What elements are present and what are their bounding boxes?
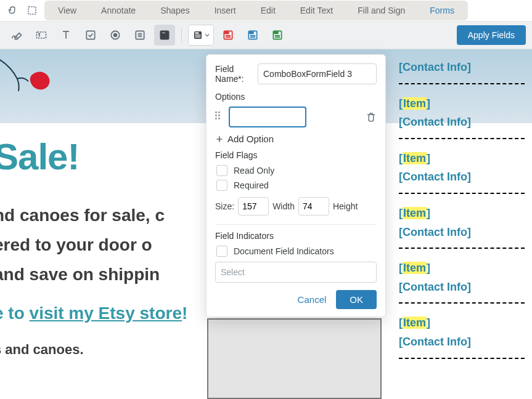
options-label: Options xyxy=(215,92,377,102)
trash-icon[interactable] xyxy=(366,111,377,123)
contact-info-placeholder: [Contact Info] xyxy=(399,58,525,77)
item-placeholder: [Item] xyxy=(399,259,525,278)
field-flags-label: Field Flags xyxy=(215,150,377,160)
placeholder-block: [Item] [Contact Info] xyxy=(399,147,525,194)
add-option-button[interactable]: Add Option xyxy=(215,134,377,144)
placeholder-block: [Item] [Contact Info] xyxy=(399,92,525,139)
etsy-link[interactable]: visit my Etsy store xyxy=(30,304,182,323)
tab-edit-text[interactable]: Edit Text xyxy=(288,2,345,19)
doc-indicators-label: Document Field Indicators xyxy=(234,246,334,256)
svg-rect-0 xyxy=(28,7,36,14)
option-input[interactable] xyxy=(229,107,306,127)
cancel-button[interactable]: Cancel xyxy=(298,294,327,305)
readonly-label: Read Only xyxy=(234,166,274,175)
field-name-label: Field Name*: xyxy=(215,64,252,84)
placeholder-block: [Item] [Contact Info] xyxy=(399,256,525,304)
drag-handle-icon[interactable] xyxy=(215,111,224,123)
tab-insert[interactable]: Insert xyxy=(202,2,248,19)
svg-rect-15 xyxy=(225,32,229,34)
svg-rect-19 xyxy=(274,32,278,34)
field-properties-panel: Field Name*: Options Add Option Field Fl… xyxy=(206,54,386,317)
tab-shapes[interactable]: Shapes xyxy=(148,2,202,19)
item-placeholder: [Item] xyxy=(399,204,525,223)
placeholder-block: [Item] [Contact Info] xyxy=(399,311,525,358)
contact-info-placeholder: [Contact Info] xyxy=(399,223,525,242)
tab-annotate[interactable]: Annotate xyxy=(89,2,148,19)
contact-info-placeholder: [Contact Info] xyxy=(399,113,525,132)
required-checkbox[interactable] xyxy=(216,180,227,191)
height-label: Height xyxy=(333,201,358,211)
doc-indicators-checkbox[interactable] xyxy=(216,246,227,257)
contact-info-placeholder: [Contact Info] xyxy=(399,167,525,187)
svg-rect-2 xyxy=(86,31,94,39)
apply-fields-button[interactable]: Apply Fields xyxy=(457,25,526,45)
hand-icon[interactable] xyxy=(4,2,21,18)
svg-rect-8 xyxy=(162,34,168,36)
link-prefix: e to xyxy=(0,304,30,323)
text-field-icon[interactable] xyxy=(31,25,52,46)
placeholder-block: [Contact Info] xyxy=(399,55,525,84)
height-input[interactable] xyxy=(298,197,329,216)
indicator-select[interactable]: Select xyxy=(215,262,377,283)
form-type-dropdown[interactable] xyxy=(188,25,214,46)
tab-view[interactable]: View xyxy=(46,2,89,19)
size-label: Size: xyxy=(215,201,234,211)
red-form-icon[interactable] xyxy=(218,25,239,46)
svg-rect-12 xyxy=(195,34,201,36)
combobox-field-icon[interactable] xyxy=(154,25,175,46)
tab-forms[interactable]: Forms xyxy=(417,2,467,19)
svg-rect-1 xyxy=(37,32,46,38)
field-name-input[interactable] xyxy=(258,63,377,84)
menu-tabs: View Annotate Shapes Insert Edit Edit Te… xyxy=(44,1,468,20)
item-placeholder: [Item] xyxy=(399,313,525,332)
plus-icon xyxy=(215,135,224,143)
link-suffix: ! xyxy=(182,304,187,323)
chevron-down-icon xyxy=(205,33,210,38)
svg-point-4 xyxy=(114,34,117,37)
readonly-checkbox[interactable] xyxy=(216,165,227,176)
ok-button[interactable]: OK xyxy=(336,290,377,309)
field-indicators-label: Field Indicators xyxy=(215,231,377,241)
combobox-field-placeholder[interactable] xyxy=(207,318,382,399)
tab-edit[interactable]: Edit xyxy=(248,2,288,19)
svg-rect-7 xyxy=(162,32,166,34)
signature-field-icon[interactable] xyxy=(6,25,27,46)
width-label: Width xyxy=(272,201,295,211)
contact-info-placeholder: [Contact Info] xyxy=(399,278,525,297)
select-icon[interactable] xyxy=(23,2,41,18)
blue-form-icon[interactable] xyxy=(242,25,263,46)
radio-field-icon[interactable] xyxy=(105,25,126,46)
text-icon[interactable] xyxy=(55,25,76,46)
svg-rect-13 xyxy=(195,36,201,38)
add-option-label: Add Option xyxy=(227,134,274,144)
tab-fill-sign[interactable]: Fill and Sign xyxy=(345,2,417,19)
list-field-icon[interactable] xyxy=(129,25,150,46)
required-label: Required xyxy=(234,180,269,190)
item-placeholder: [Item] xyxy=(399,149,525,168)
svg-rect-9 xyxy=(162,37,168,38)
checkbox-field-icon[interactable] xyxy=(80,25,101,46)
item-placeholder: [Item] xyxy=(399,94,525,113)
contact-info-placeholder: [Contact Info] xyxy=(399,332,525,352)
placeholder-block: [Item] [Contact Info] xyxy=(399,201,525,249)
width-input[interactable] xyxy=(238,197,269,216)
svg-rect-11 xyxy=(195,33,199,34)
toolbar-separator xyxy=(181,28,182,42)
svg-rect-17 xyxy=(250,32,253,34)
green-form-icon[interactable] xyxy=(267,25,288,46)
